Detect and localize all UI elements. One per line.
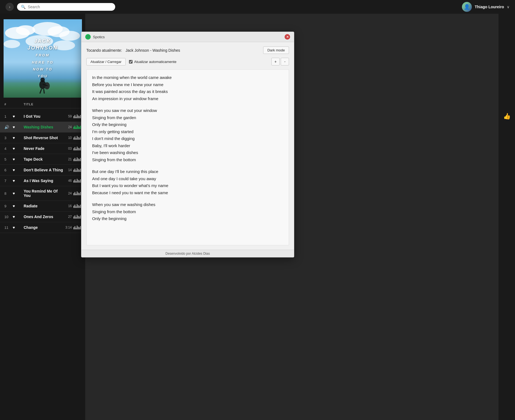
lyrics-line: Baby, I'll work harder xyxy=(92,142,283,149)
modal-header: 🎵 Spotics ✕ xyxy=(81,32,294,42)
track-name: Never Fade xyxy=(24,146,64,151)
right-panel: 👍 xyxy=(499,14,515,420)
top-bar: › 🔍 👤 Thiago Loureiro ∨ xyxy=(0,0,515,14)
search-bar[interactable]: 🔍 xyxy=(17,3,115,11)
track-item[interactable]: 5♥Tape Deck21 xyxy=(0,154,85,165)
track-item[interactable]: 10♥Ones And Zeros27 xyxy=(0,212,85,222)
auto-update-label: Atualizar automaticamente xyxy=(134,60,177,64)
spotics-icon: 🎵 xyxy=(85,34,91,40)
font-increase-button[interactable]: + xyxy=(271,58,280,65)
lyrics-line: When you saw me washing dishes xyxy=(92,201,283,208)
track-name: As I Was Saying xyxy=(24,179,64,183)
modal-footer: Desenvolvido por Alcides Dias xyxy=(81,250,294,257)
lyrics-line: I don't mind the digging xyxy=(92,135,283,142)
track-name: Shot Reverse Shot xyxy=(24,136,64,140)
now-playing-info: Tocando atualmente: Jack Johnson - Washi… xyxy=(86,48,180,53)
track-item[interactable]: 6♥Don't Believe A Thing14 xyxy=(0,165,85,175)
search-input[interactable] xyxy=(28,5,111,9)
track-number: 6 xyxy=(4,168,13,172)
modal-close-button[interactable]: ✕ xyxy=(285,34,290,40)
album-art: JACKJOHNSON FROM HERE TO NOW TO YOU xyxy=(4,19,82,98)
footer-text: Desenvolvido por Alcides Dias xyxy=(166,252,210,256)
modal-title: Spotics xyxy=(93,35,105,39)
track-number: 9 xyxy=(4,204,13,208)
track-number: 10 xyxy=(4,215,13,219)
left-panel: JACKJOHNSON FROM HERE TO NOW TO YOU # TI… xyxy=(0,14,85,420)
lyrics-line: I've been washing dishes xyxy=(92,149,283,156)
lyrics-line: Singing from the garden xyxy=(92,114,283,121)
track-list: 1♥I Got You59🔊♥Washing Dishes243♥Shot Re… xyxy=(0,111,85,233)
avatar-icon: 👤 xyxy=(464,4,470,10)
heart-icon[interactable]: ♥ xyxy=(13,135,24,140)
lyrics-line: Only the beginning xyxy=(92,215,283,222)
track-duration: 03 xyxy=(64,147,81,150)
lyrics-line: It was painted across the day as it brea… xyxy=(92,88,283,95)
track-name: Washing Dishes xyxy=(24,125,64,129)
thumbs-up-icon[interactable]: 👍 xyxy=(503,113,511,120)
heart-icon[interactable]: ♥ xyxy=(13,214,24,219)
track-list-header: # TITLE xyxy=(0,100,85,108)
heart-icon[interactable]: ♥ xyxy=(13,191,24,196)
album-title-overlay: JACKJOHNSON FROM HERE TO NOW TO YOU xyxy=(4,19,82,98)
heart-icon[interactable]: ♥ xyxy=(13,125,24,130)
track-duration: 59 xyxy=(64,114,81,118)
now-playing-track: Jack Johnson - Washing Dishes xyxy=(125,48,180,53)
chevron-right-icon: › xyxy=(9,5,10,9)
track-name: Radiate xyxy=(24,204,64,208)
track-number: 5 xyxy=(4,157,13,161)
track-item[interactable]: 4♥Never Fade03 xyxy=(0,143,85,154)
track-number: 🔊 xyxy=(4,125,13,129)
nav-back-button[interactable]: › xyxy=(5,3,14,11)
track-item[interactable]: 3♥Shot Reverse Shot10 xyxy=(0,133,85,143)
heart-icon[interactable]: ♥ xyxy=(13,157,24,162)
avatar: 👤 xyxy=(462,2,472,12)
track-number: 11 xyxy=(4,226,13,230)
track-duration: 24 xyxy=(64,125,81,129)
track-number: 4 xyxy=(4,147,13,151)
font-controls: + - xyxy=(271,58,289,65)
lyrics-blank-line xyxy=(92,102,283,107)
track-item[interactable]: 🔊♥Washing Dishes24 xyxy=(0,122,85,133)
track-duration: 10 xyxy=(64,136,81,140)
main-content: JACKJOHNSON FROM HERE TO NOW TO YOU # TI… xyxy=(0,14,515,420)
track-duration: 46 xyxy=(64,179,81,183)
auto-update-checkbox[interactable] xyxy=(129,60,133,64)
refresh-button[interactable]: Atualizar / Carregar xyxy=(86,58,126,65)
track-item[interactable]: 1♥I Got You59 xyxy=(0,111,85,122)
lyrics-line: Singing from the bottom xyxy=(92,156,283,163)
track-name: You Remind Me Of You xyxy=(24,189,64,198)
lyrics-container[interactable]: In the morning when the world came awake… xyxy=(86,69,289,245)
heart-icon[interactable]: ♥ xyxy=(13,204,24,208)
auto-update-wrap: Atualizar automaticamente xyxy=(129,60,177,64)
track-duration: 24 xyxy=(64,191,81,195)
heart-icon[interactable]: ♥ xyxy=(13,168,24,172)
dark-mode-button[interactable]: Dark mode xyxy=(263,46,289,54)
col-title: TITLE xyxy=(24,103,64,106)
speaker-icon: 🔊 xyxy=(4,125,9,129)
track-number: 1 xyxy=(4,114,13,119)
heart-icon[interactable]: ♥ xyxy=(13,146,24,151)
lyrics-line: I'm only getting started xyxy=(92,128,283,135)
track-item[interactable]: 8♥You Remind Me Of You24 xyxy=(0,186,85,201)
track-name: I Got You xyxy=(24,114,64,119)
track-duration: 27 xyxy=(64,215,81,219)
heart-icon[interactable]: ♥ xyxy=(13,225,24,230)
track-duration: 14 xyxy=(64,168,81,172)
lyrics-line: But one day I'll be running this place xyxy=(92,168,283,175)
lyrics-line: Because I need you to want me the same xyxy=(92,189,283,196)
track-duration: 16 xyxy=(64,204,81,208)
user-menu-chevron[interactable]: ∨ xyxy=(507,5,510,9)
track-duration: 21 xyxy=(64,157,81,161)
track-item[interactable]: 7♥As I Was Saying46 xyxy=(0,175,85,186)
lyrics-line: Only the beginning xyxy=(92,121,283,128)
track-name: Tape Deck xyxy=(24,157,64,161)
track-name: Don't Believe A Thing xyxy=(24,168,64,172)
track-number: 8 xyxy=(4,191,13,196)
heart-icon[interactable]: ♥ xyxy=(13,178,24,183)
heart-icon[interactable]: ♥ xyxy=(13,114,24,119)
now-playing-label: Tocando atualmente: xyxy=(86,48,122,53)
track-item[interactable]: 11♥Change3:14 xyxy=(0,222,85,233)
track-item[interactable]: 9♥Radiate16 xyxy=(0,201,85,212)
track-name: Change xyxy=(24,225,64,230)
font-decrease-button[interactable]: - xyxy=(281,58,289,65)
